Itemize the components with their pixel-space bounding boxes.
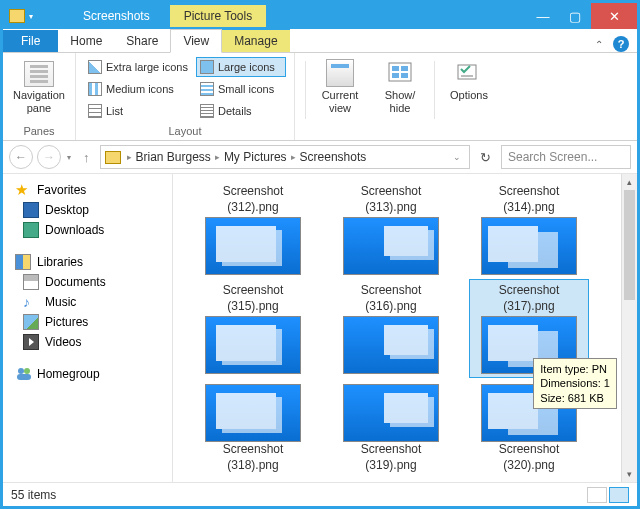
star-icon: ★ bbox=[15, 182, 31, 198]
file-name: Screenshot (312).png bbox=[223, 184, 284, 215]
breadcrumb-item[interactable]: My Pictures bbox=[224, 150, 287, 164]
maximize-button[interactable]: ▢ bbox=[559, 3, 591, 29]
options-icon bbox=[455, 59, 483, 87]
file-name: Screenshot (316).png bbox=[361, 283, 422, 314]
chevron-right-icon[interactable]: ▸ bbox=[213, 152, 222, 162]
file-item[interactable]: Screenshot (318).png bbox=[193, 378, 313, 477]
details-view-button[interactable] bbox=[587, 487, 607, 503]
breadcrumb-item[interactable]: Screenshots bbox=[300, 150, 367, 164]
scroll-down-icon[interactable]: ▾ bbox=[622, 466, 637, 482]
file-thumbnail bbox=[205, 217, 301, 275]
file-item[interactable]: Screenshot (316).png bbox=[331, 279, 451, 378]
show-hide-button[interactable]: Show/ hide bbox=[372, 57, 428, 123]
tab-manage[interactable]: Manage bbox=[222, 28, 289, 52]
sidebar-music[interactable]: ♪Music bbox=[3, 292, 172, 312]
svg-rect-6 bbox=[461, 75, 473, 77]
qat-dropdown[interactable]: ▾ bbox=[29, 10, 43, 22]
file-thumbnail bbox=[343, 217, 439, 275]
file-item[interactable]: Screenshot (313).png bbox=[331, 180, 451, 279]
sidebar-downloads[interactable]: Downloads bbox=[3, 220, 172, 240]
file-item[interactable]: Screenshot (315).png bbox=[193, 279, 313, 378]
address-bar-row: ← → ▾ ↑ ▸ Brian Burgess ▸ My Pictures ▸ … bbox=[3, 141, 637, 173]
layout-list[interactable]: List bbox=[84, 101, 194, 121]
help-icon[interactable]: ? bbox=[613, 36, 629, 52]
scroll-thumb[interactable] bbox=[624, 190, 635, 300]
chevron-right-icon[interactable]: ▸ bbox=[289, 152, 298, 162]
sidebar-documents[interactable]: Documents bbox=[3, 272, 172, 292]
refresh-button[interactable]: ↻ bbox=[474, 150, 497, 165]
folder-icon bbox=[9, 9, 25, 23]
svg-rect-4 bbox=[401, 73, 408, 78]
scroll-track[interactable] bbox=[622, 190, 637, 466]
videos-icon bbox=[23, 334, 39, 350]
history-dropdown-icon[interactable]: ▾ bbox=[65, 153, 73, 162]
options-button[interactable]: Options bbox=[441, 57, 497, 123]
ribbon-tabs: File Home Share View Manage ⌃ ? bbox=[3, 29, 637, 53]
sidebar-videos[interactable]: Videos bbox=[3, 332, 172, 352]
extra-large-icons-icon bbox=[88, 60, 102, 74]
svg-rect-2 bbox=[401, 66, 408, 71]
current-view-icon bbox=[326, 59, 354, 87]
sidebar-libraries[interactable]: Libraries bbox=[3, 252, 172, 272]
scroll-up-icon[interactable]: ▴ bbox=[622, 174, 637, 190]
show-hide-icon bbox=[386, 59, 414, 87]
layout-small-icons[interactable]: Small icons bbox=[196, 79, 286, 99]
chevron-down-icon[interactable]: ⌄ bbox=[453, 152, 465, 162]
svg-rect-1 bbox=[392, 66, 399, 71]
navigation-pane-button[interactable]: Navigation pane bbox=[11, 57, 67, 123]
layout-medium-icons[interactable]: Medium icons bbox=[84, 79, 194, 99]
collapse-ribbon-icon[interactable]: ⌃ bbox=[595, 39, 603, 50]
file-item[interactable]: Screenshot (314).png bbox=[469, 180, 589, 279]
titlebar[interactable]: ▾ Screenshots Picture Tools — ▢ ✕ bbox=[3, 3, 637, 29]
pictures-icon bbox=[23, 314, 39, 330]
small-icons-icon bbox=[200, 82, 214, 96]
layout-details[interactable]: Details bbox=[196, 101, 286, 121]
minimize-button[interactable]: — bbox=[527, 3, 559, 29]
file-grid[interactable]: Screenshot (312).pngScreenshot (313).png… bbox=[173, 174, 621, 482]
downloads-icon bbox=[23, 222, 39, 238]
desktop-icon bbox=[23, 202, 39, 218]
item-count: 55 items bbox=[11, 488, 56, 502]
breadcrumb[interactable]: ▸ Brian Burgess ▸ My Pictures ▸ Screensh… bbox=[100, 145, 471, 169]
navigation-pane: ★Favorites Desktop Downloads Libraries D… bbox=[3, 174, 173, 482]
file-item[interactable]: Screenshot (312).png bbox=[193, 180, 313, 279]
file-thumbnail bbox=[343, 384, 439, 442]
svg-point-7 bbox=[18, 368, 24, 374]
close-button[interactable]: ✕ bbox=[591, 3, 637, 29]
file-thumbnail bbox=[205, 316, 301, 374]
tab-share[interactable]: Share bbox=[114, 30, 170, 52]
layout-large-icons[interactable]: Large icons bbox=[196, 57, 286, 77]
file-item[interactable]: Screenshot (319).png bbox=[331, 378, 451, 477]
back-button[interactable]: ← bbox=[9, 145, 33, 169]
file-name: Screenshot (317).png bbox=[499, 283, 560, 314]
tab-file[interactable]: File bbox=[3, 30, 58, 52]
sidebar-pictures[interactable]: Pictures bbox=[3, 312, 172, 332]
medium-icons-icon bbox=[88, 82, 102, 96]
sidebar-homegroup[interactable]: Homegroup bbox=[3, 364, 172, 384]
sidebar-desktop[interactable]: Desktop bbox=[3, 200, 172, 220]
file-name: Screenshot (314).png bbox=[499, 184, 560, 215]
documents-icon bbox=[23, 274, 39, 290]
search-input[interactable]: Search Screen... bbox=[501, 145, 631, 169]
tab-view[interactable]: View bbox=[170, 29, 222, 53]
file-name: Screenshot (318).png bbox=[223, 442, 284, 473]
large-icons-icon bbox=[200, 60, 214, 74]
up-button[interactable]: ↑ bbox=[77, 150, 96, 165]
file-explorer-window: ▾ Screenshots Picture Tools — ▢ ✕ File H… bbox=[0, 0, 640, 509]
folder-icon bbox=[105, 151, 121, 164]
scrollbar[interactable]: ▴ ▾ bbox=[621, 174, 637, 482]
current-view-button[interactable]: Current view bbox=[312, 57, 368, 123]
file-name: Screenshot (315).png bbox=[223, 283, 284, 314]
layout-extra-large-icons[interactable]: Extra large icons bbox=[84, 57, 194, 77]
breadcrumb-item[interactable]: Brian Burgess bbox=[136, 150, 211, 164]
chevron-right-icon[interactable]: ▸ bbox=[125, 152, 134, 162]
tab-home[interactable]: Home bbox=[58, 30, 114, 52]
navigation-pane-icon bbox=[24, 61, 54, 87]
context-tab-label: Picture Tools bbox=[170, 5, 266, 27]
group-label-layout: Layout bbox=[84, 123, 286, 140]
thumbnails-view-button[interactable] bbox=[609, 487, 629, 503]
sidebar-favorites[interactable]: ★Favorites bbox=[3, 180, 172, 200]
window-title: Screenshots bbox=[83, 9, 150, 23]
forward-button[interactable]: → bbox=[37, 145, 61, 169]
file-tooltip: Item type: PN Dimensions: 1 Size: 681 KB bbox=[533, 358, 617, 409]
